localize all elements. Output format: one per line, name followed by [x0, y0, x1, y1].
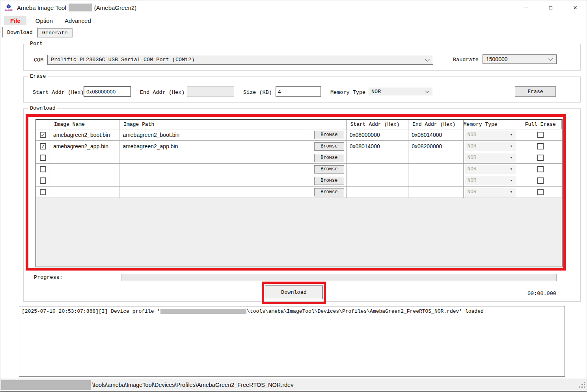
erase-memory-type-select[interactable]: NOR: [368, 87, 433, 96]
app-icon: ☸ IMAGE: [4, 2, 14, 13]
erase-size-label: Size (KB): [243, 90, 272, 95]
browse-button[interactable]: Browse: [314, 131, 344, 139]
full-erase-checkbox[interactable]: [537, 132, 544, 138]
image-name-cell[interactable]: [50, 164, 119, 175]
com-port-value: Prolific PL2303GC USB Serial COM Port (C…: [51, 57, 195, 63]
baudrate-value: 1500000: [486, 56, 508, 62]
erase-end-addr-input: [187, 86, 234, 97]
tab-download[interactable]: Download: [2, 27, 37, 37]
chevron-down-icon: [425, 57, 429, 61]
ameba-logo-icon: ☸: [6, 4, 11, 9]
chevron-down-icon: [425, 89, 429, 93]
memory-type-select[interactable]: NOR ▼: [465, 131, 516, 140]
browse-button[interactable]: Browse: [314, 154, 344, 162]
memory-type-select[interactable]: NOR ▼: [465, 188, 516, 197]
download-button[interactable]: Download: [265, 286, 323, 299]
resize-grip-icon[interactable]: [584, 386, 585, 388]
browse-button[interactable]: Browse: [314, 177, 344, 185]
image-path-cell[interactable]: [119, 164, 312, 175]
erase-size-input[interactable]: 4: [276, 86, 321, 97]
memory-type-select[interactable]: NOR ▼: [465, 176, 516, 185]
erase-group-label: Erase: [28, 73, 48, 79]
browse-cell: Browse: [312, 129, 347, 140]
end-addr-cell[interactable]: [408, 152, 464, 163]
erase-size-value: 4: [278, 89, 281, 95]
full-erase-cell: [519, 152, 562, 163]
minimize-icon[interactable]: ─: [514, 0, 539, 15]
memory-type-cell: NOR ▼: [464, 175, 520, 186]
baudrate-select[interactable]: 1500000: [483, 54, 557, 64]
image-path-cell[interactable]: [119, 152, 312, 163]
menu-bar: File Option Advanced: [0, 15, 587, 26]
end-addr-cell[interactable]: [408, 187, 464, 198]
menu-advanced[interactable]: Advanced: [59, 16, 97, 25]
memory-type-select[interactable]: NOR ▼: [465, 165, 516, 174]
com-port-select[interactable]: Prolific PL2303GC USB Serial COM Port (C…: [47, 55, 433, 65]
start-addr-cell[interactable]: [347, 152, 409, 163]
row-select-checkbox[interactable]: [40, 166, 46, 172]
image-path-cell[interactable]: [119, 175, 312, 186]
full-erase-checkbox[interactable]: [537, 155, 544, 161]
dropdown-arrow-icon: ▼: [509, 176, 514, 185]
image-name-cell[interactable]: amebagreen2_app.bin: [50, 141, 119, 152]
full-erase-checkbox[interactable]: [537, 166, 544, 172]
progress-label: Progress:: [34, 274, 63, 280]
end-addr-cell[interactable]: 0x08200000: [408, 141, 464, 152]
row-select-cell: [36, 175, 50, 186]
browse-button[interactable]: Browse: [314, 165, 344, 174]
maximize-icon[interactable]: □: [539, 0, 563, 15]
memory-type-value: NOR: [468, 144, 477, 149]
header-end-addr: End Addr (Hex): [408, 120, 464, 129]
erase-memory-type-label: Memory Type: [330, 90, 365, 95]
end-addr-cell[interactable]: [408, 164, 464, 175]
menu-option[interactable]: Option: [30, 16, 59, 25]
image-path-cell[interactable]: amebagreen2_boot.bin: [119, 129, 312, 140]
start-addr-cell[interactable]: [347, 164, 409, 175]
memory-type-value: NOR: [468, 189, 477, 195]
menu-file[interactable]: File: [4, 16, 26, 25]
erase-groupbox: Erase Start Addr (Hex) 0x08000000 End Ad…: [23, 77, 581, 103]
image-name-cell[interactable]: amebagreen2_boot.bin: [50, 129, 119, 140]
browse-button[interactable]: Browse: [314, 188, 344, 196]
header-full-erase: Full Erase: [519, 120, 562, 129]
status-bar: \tools\ameba\ImageTool\Devices\Profiles\…: [0, 379, 587, 391]
elapsed-timer: 00:00.000: [527, 291, 556, 297]
row-select-checkbox[interactable]: [40, 189, 46, 195]
start-addr-cell[interactable]: [347, 187, 409, 198]
row-select-checkbox[interactable]: ✓: [40, 143, 46, 149]
full-erase-cell: [519, 164, 562, 175]
log-textarea[interactable]: [2025-07-10 20:53:07:868][I] Device prof…: [19, 306, 565, 377]
close-icon[interactable]: ✕: [563, 0, 587, 15]
full-erase-checkbox[interactable]: [537, 177, 544, 184]
download-group-label: Download: [28, 105, 57, 111]
end-addr-cell[interactable]: [408, 175, 464, 186]
tab-strip: Download Generate: [0, 26, 587, 37]
row-select-checkbox[interactable]: ✓: [40, 132, 46, 138]
tab-generate[interactable]: Generate: [37, 28, 73, 37]
port-groupbox: Port COM Prolific PL2303GC USB Serial CO…: [23, 44, 581, 71]
memory-type-value: NOR: [468, 132, 477, 138]
image-name-cell[interactable]: [50, 152, 119, 163]
image-name-cell[interactable]: [50, 175, 119, 186]
full-erase-checkbox[interactable]: [537, 143, 544, 149]
full-erase-checkbox[interactable]: [537, 189, 544, 195]
memory-type-select[interactable]: NOR ▼: [465, 153, 516, 162]
start-addr-cell[interactable]: [347, 175, 409, 186]
erase-start-addr-input[interactable]: 0x08000000: [84, 86, 131, 97]
end-addr-cell[interactable]: 0x08014000: [408, 129, 464, 140]
dropdown-arrow-icon: ▼: [509, 165, 514, 174]
start-addr-cell[interactable]: 0x08014000: [347, 141, 409, 152]
image-path-cell[interactable]: [119, 187, 312, 198]
row-select-checkbox[interactable]: [40, 155, 46, 161]
memory-type-select[interactable]: NOR ▼: [465, 142, 516, 151]
row-select-checkbox[interactable]: [40, 177, 46, 184]
browse-button[interactable]: Browse: [314, 142, 344, 151]
browse-cell: Browse: [312, 152, 347, 163]
image-name-cell[interactable]: [50, 187, 119, 198]
erase-button[interactable]: Erase: [515, 86, 556, 97]
image-path-cell[interactable]: amebagreen2_app.bin: [119, 141, 312, 152]
title-redacted-box: [69, 4, 92, 11]
start-addr-cell[interactable]: 0x08000000: [347, 129, 409, 140]
full-erase-cell: [519, 187, 562, 198]
download-groupbox: Download Image Name Image Path Start Add…: [23, 108, 581, 302]
